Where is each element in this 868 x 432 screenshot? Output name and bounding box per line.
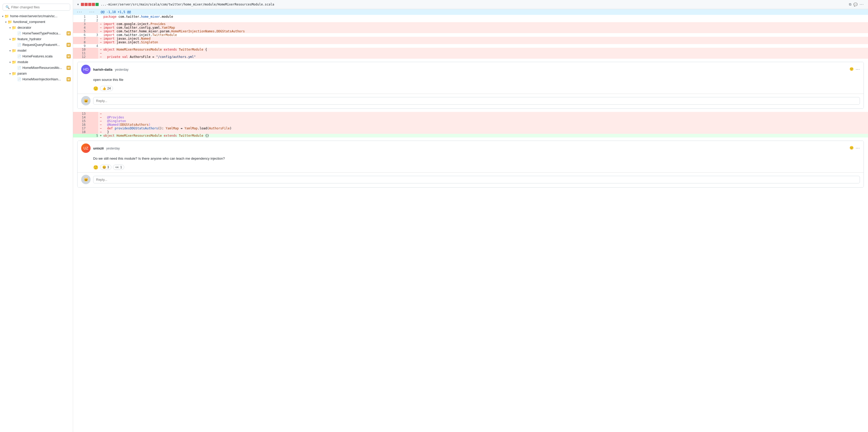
tree-item-param[interactable]: ▾📁param — [0, 71, 73, 76]
folder-icon: 📁 — [12, 60, 16, 64]
table-row: 14 − @Provides — [73, 115, 868, 119]
line-num-new — [86, 40, 98, 44]
line-num-old: 4 — [73, 26, 86, 30]
tree-item-HomeFeatures.scala[interactable]: 📄HomeFeatures.scalaM — [0, 54, 73, 59]
eyes-count: 1 — [120, 165, 122, 169]
thumbsup-reaction[interactable]: 👍 24 — [100, 86, 113, 91]
chevron-icon: ▾ — [9, 72, 11, 75]
tree-item-label: param — [18, 72, 71, 75]
line-code: import com.twitter.inject.TwitterModule — [103, 33, 868, 37]
line-sign: − — [98, 26, 103, 30]
file-count-indicator — [81, 3, 99, 6]
count-box-del-4 — [92, 3, 95, 6]
line-num-new — [86, 130, 98, 134]
comment-block-1: HD harish-datla yesterday 🙂 ··· open sou… — [77, 62, 864, 109]
tree-item-label: feature_hydrator — [18, 37, 71, 41]
tree-item-model[interactable]: ▾📁model — [0, 48, 73, 54]
line-sign: − — [98, 119, 103, 123]
search-input[interactable] — [11, 5, 67, 9]
tree-item-module[interactable]: ▾📁module — [0, 59, 73, 65]
comment-time-1: yesterday — [115, 68, 128, 71]
more-options-comment-1[interactable]: ··· — [856, 67, 860, 72]
main-content: ▾ ...-mixer/server/src/main/scala/com/tw… — [73, 0, 868, 432]
tree-item-feature_hydrator[interactable]: ▾📁feature_hydrator — [0, 36, 73, 42]
reply-input-1[interactable] — [93, 97, 860, 105]
tree-item-HomeMixerInjectionNam[interactable]: 📄HomeMixerInjectionNam...M — [0, 76, 73, 82]
line-num-old: 9 — [73, 44, 86, 48]
line-sign: − — [98, 37, 103, 40]
line-code — [103, 19, 868, 22]
eyes-reaction[interactable]: 👀 1 — [113, 165, 124, 170]
file-icon: 📄 — [17, 55, 21, 58]
tree-item-HomeTweetTypePredica[interactable]: 📄HomeTweetTypePredicа...M — [0, 31, 73, 36]
line-sign: − — [98, 130, 103, 134]
diff-table-2: 13 − 14 − @Provides 15 − @Singleton — [73, 112, 868, 137]
line-num-new — [86, 22, 98, 26]
table-row: 16 − @Named(DDGStatsAuthors) — [73, 123, 868, 127]
tree-item-label: HomeMixerResourcesMo... — [23, 66, 65, 70]
line-num-new — [86, 37, 98, 40]
line-sign: − — [98, 40, 103, 44]
sidebar: 🔍 ▾📁home-mixer/server/src/main/sc...▾📁fu… — [0, 0, 73, 432]
line-sign — [98, 15, 103, 19]
more-options-comment-2[interactable]: ··· — [856, 146, 860, 151]
emoji-reaction-button-2[interactable]: 🙂 — [849, 146, 854, 151]
hunk-ellipsis-right: ··· — [86, 9, 98, 15]
line-num-new: 4 — [86, 44, 98, 48]
line-num-old: 16 — [73, 123, 86, 127]
folder-icon: 📁 — [12, 71, 16, 76]
line-num-old: 3 — [73, 22, 86, 26]
table-row: 9 4 — [73, 44, 868, 48]
add-reaction-button-2[interactable]: 🙂 — [93, 165, 98, 170]
chevron-icon: ▾ — [9, 38, 11, 41]
line-num-old: 15 — [73, 119, 86, 123]
line-num-new — [86, 55, 98, 59]
comment-header-1: HD harish-datla yesterday 🙂 ··· — [78, 62, 864, 77]
more-options-button[interactable]: ··· — [860, 2, 864, 7]
copy-path-button[interactable]: ⧉ — [849, 2, 851, 6]
smile-reaction[interactable]: 😄 3 — [100, 165, 112, 170]
comment-reactions-2: 🙂 😄 3 👀 1 — [78, 163, 864, 172]
tree-item-label: model — [18, 49, 71, 53]
line-code: object HomeMixerResourcesModule extends … — [103, 48, 868, 52]
table-row: 8 − import javax.inject.Singleton — [73, 40, 868, 44]
search-bar[interactable]: 🔍 — [3, 4, 70, 11]
tree-item-RequestQueryFeatureH[interactable]: 📄RequestQueryFeatureH...M — [0, 42, 73, 48]
emoji-reaction-button-1[interactable]: 🙂 — [849, 67, 854, 72]
file-badge: M — [66, 77, 71, 81]
tree-item-decorator[interactable]: ▾📁decorator — [0, 25, 73, 31]
line-num-old: 5 — [73, 30, 86, 33]
chevron-icon: ▾ — [9, 49, 11, 52]
tree-item-root-folder[interactable]: ▾📁home-mixer/server/src/main/sc... — [0, 13, 73, 19]
diff-table: ··· ··· @@ -1,18 +1,5 @@ 1 1 package com… — [73, 9, 868, 59]
add-reaction-button-1[interactable]: 🙂 — [93, 86, 98, 91]
expand-button[interactable]: ▾ — [77, 3, 79, 6]
reply-area-2: 🐱 — [78, 172, 864, 187]
diff-hunk-header: ··· ··· @@ -1,18 +1,5 @@ — [73, 9, 868, 15]
line-code: @Provides — [103, 115, 868, 119]
line-num-old: 11 — [73, 52, 86, 55]
line-sign: − — [98, 30, 103, 33]
reply-input-2[interactable] — [93, 176, 860, 184]
avatar-unixzii: UZ — [81, 143, 91, 153]
tree-item-label: decorator — [18, 26, 71, 30]
line-sign — [98, 44, 103, 48]
comment-file-button[interactable]: 💬 — [854, 3, 858, 6]
tree-item-HomeMixerResourcesMo[interactable]: 📄HomeMixerResourcesMo...M — [0, 65, 73, 71]
folder-icon: 📁 — [4, 14, 9, 18]
line-sign: − — [98, 48, 103, 52]
table-row: 11 − — [73, 52, 868, 55]
table-row: 6 3 import com.twitter.inject.TwitterMod… — [73, 33, 868, 37]
comment-header-2: UZ unixzii yesterday 🙂 ··· — [78, 141, 864, 156]
tree-item-label: home-mixer/server/src/main/sc... — [10, 14, 71, 18]
comment-body-1: open source this file — [78, 77, 864, 84]
table-row: 5 − import com.twitter.home_mixer.param.… — [73, 30, 868, 33]
line-code: private val AuthorsFile = "/config/autho… — [103, 55, 868, 59]
tree-item-functional_component[interactable]: ▾📁functional_component — [0, 19, 73, 25]
line-sign: − — [98, 115, 103, 119]
reply-area-1: 🐱 — [78, 94, 864, 108]
chevron-icon: ▾ — [2, 15, 3, 18]
line-num-new — [86, 123, 98, 127]
line-num-new — [86, 52, 98, 55]
line-code: import com.twitter.config.yaml.YamlMap — [103, 26, 868, 30]
